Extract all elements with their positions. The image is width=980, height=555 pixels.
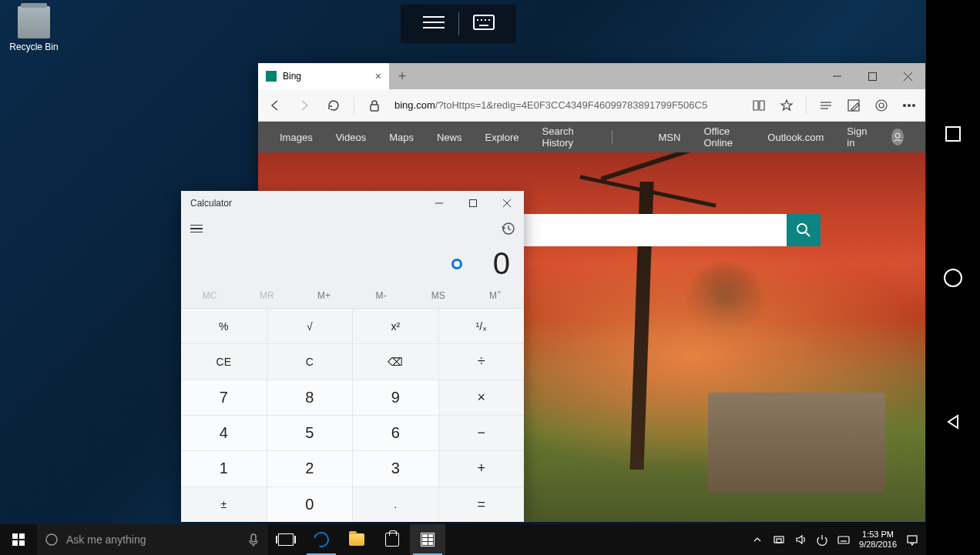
- key-5[interactable]: 5: [267, 416, 353, 450]
- start-button[interactable]: [0, 524, 37, 555]
- svg-point-19: [879, 103, 884, 108]
- edge-minimize-button[interactable]: [819, 63, 854, 89]
- nav-msn[interactable]: MSN: [659, 132, 681, 143]
- mem-ms[interactable]: MS: [410, 283, 467, 308]
- loading-cursor-icon: [451, 259, 462, 269]
- mem-mminus[interactable]: M-: [353, 283, 410, 308]
- calc-menu-button[interactable]: [190, 225, 203, 233]
- taskbar-edge[interactable]: [304, 524, 339, 555]
- android-recent-button[interactable]: [941, 122, 965, 145]
- taskbar-store[interactable]: [374, 524, 410, 555]
- key-9[interactable]: 9: [353, 380, 438, 415]
- key-2[interactable]: 2: [267, 451, 353, 486]
- avatar-icon[interactable]: [891, 129, 904, 145]
- nav-images[interactable]: Images: [280, 132, 313, 143]
- key-backspace[interactable]: ⌫: [353, 344, 438, 379]
- key-ce[interactable]: CE: [181, 344, 267, 379]
- hamburger-icon[interactable]: [423, 15, 445, 33]
- android-home-button[interactable]: [941, 266, 965, 289]
- tray-volume-icon[interactable]: [794, 533, 807, 546]
- calculator-window: Calculator 0 MC MR M+ M- MS M˅ % √ x² ¹/…: [181, 191, 524, 522]
- more-icon[interactable]: [901, 97, 918, 114]
- url-text[interactable]: bing.com/?toHttps=1&redig=4E0F3CC4349F46…: [394, 99, 707, 111]
- svg-rect-10: [868, 72, 876, 80]
- taskbar-calculator[interactable]: [410, 524, 445, 555]
- key-7[interactable]: 7: [181, 380, 267, 415]
- calc-close-button[interactable]: [490, 191, 524, 216]
- key-0[interactable]: 0: [267, 487, 353, 522]
- edge-close-button[interactable]: [890, 63, 925, 89]
- key-decimal[interactable]: .: [353, 487, 438, 522]
- nav-signin[interactable]: Sign in: [847, 125, 868, 149]
- key-1[interactable]: 1: [181, 451, 267, 486]
- tray-power-icon[interactable]: [816, 533, 828, 546]
- new-tab-button[interactable]: +: [389, 63, 415, 89]
- back-button[interactable]: [266, 96, 284, 115]
- key-3[interactable]: 3: [353, 451, 438, 486]
- key-8[interactable]: 8: [267, 380, 353, 415]
- key-subtract[interactable]: −: [439, 416, 525, 450]
- mic-icon[interactable]: [247, 533, 260, 547]
- nav-outlook[interactable]: Outlook.com: [767, 132, 824, 143]
- tray-clock[interactable]: 1:53 PM 9/28/2016: [859, 530, 897, 550]
- mem-mr[interactable]: MR: [238, 283, 295, 308]
- svg-rect-34: [19, 540, 25, 546]
- key-reciprocal[interactable]: ¹/ₓ: [439, 309, 525, 343]
- hub-icon[interactable]: [817, 97, 834, 114]
- task-view-button[interactable]: [268, 524, 304, 555]
- address-bar: bing.com/?toHttps=1&redig=4E0F3CC4349F46…: [258, 89, 925, 122]
- key-6[interactable]: 6: [353, 416, 438, 450]
- svg-point-35: [46, 534, 57, 545]
- tab-strip: Bing × +: [258, 63, 925, 89]
- tab-bing[interactable]: Bing ×: [258, 63, 389, 89]
- remote-topbar: [401, 5, 516, 43]
- webnote-icon[interactable]: [845, 97, 862, 114]
- favorite-icon[interactable]: [778, 97, 795, 114]
- svg-rect-33: [12, 540, 18, 546]
- svg-rect-38: [777, 539, 781, 543]
- history-icon[interactable]: [501, 222, 515, 236]
- nav-maps[interactable]: Maps: [389, 132, 414, 143]
- key-percent[interactable]: %: [181, 309, 267, 343]
- key-c[interactable]: C: [267, 344, 353, 379]
- svg-rect-37: [774, 537, 784, 543]
- nav-search-history[interactable]: Search History: [542, 125, 589, 149]
- tray-network-icon[interactable]: [773, 533, 785, 546]
- tray-keyboard-icon[interactable]: [837, 533, 850, 546]
- mem-mplus[interactable]: M+: [295, 283, 352, 308]
- tray-action-center-icon[interactable]: [906, 533, 918, 546]
- reading-view-icon[interactable]: [750, 97, 767, 114]
- nav-news[interactable]: News: [437, 132, 462, 143]
- key-add[interactable]: +: [439, 451, 525, 486]
- mem-mc[interactable]: MC: [181, 283, 238, 308]
- key-4[interactable]: 4: [181, 416, 267, 450]
- svg-rect-13: [371, 105, 378, 111]
- refresh-button[interactable]: [324, 96, 343, 115]
- bing-search-button[interactable]: [787, 214, 821, 246]
- key-divide[interactable]: ÷: [439, 344, 525, 379]
- tab-close-icon[interactable]: ×: [375, 70, 381, 82]
- android-back-button[interactable]: [941, 410, 965, 433]
- taskbar-explorer[interactable]: [339, 524, 374, 555]
- cortana-search[interactable]: Ask me anything: [37, 524, 268, 555]
- mem-mlist[interactable]: M˅: [467, 283, 524, 308]
- key-equals[interactable]: =: [439, 487, 525, 522]
- calc-titlebar[interactable]: Calculator: [181, 191, 524, 216]
- share-icon[interactable]: [873, 97, 890, 114]
- key-sqrt[interactable]: √: [267, 309, 353, 343]
- key-negate[interactable]: ±: [181, 487, 267, 522]
- nav-office[interactable]: Office Online: [703, 125, 744, 149]
- edge-maximize-button[interactable]: [854, 63, 890, 89]
- key-multiply[interactable]: ×: [439, 380, 525, 415]
- calc-maximize-button[interactable]: [456, 191, 490, 216]
- svg-rect-39: [838, 537, 849, 543]
- nav-videos[interactable]: Videos: [336, 132, 367, 143]
- key-square[interactable]: x²: [353, 309, 438, 343]
- calc-minimize-button[interactable]: [422, 191, 456, 216]
- tray-chevron-icon[interactable]: [751, 533, 764, 546]
- forward-button[interactable]: [295, 96, 314, 115]
- recycle-bin-icon[interactable]: Recycle Bin: [6, 6, 62, 52]
- svg-rect-36: [251, 534, 256, 542]
- nav-explore[interactable]: Explore: [485, 132, 519, 143]
- keyboard-icon[interactable]: [473, 15, 495, 33]
